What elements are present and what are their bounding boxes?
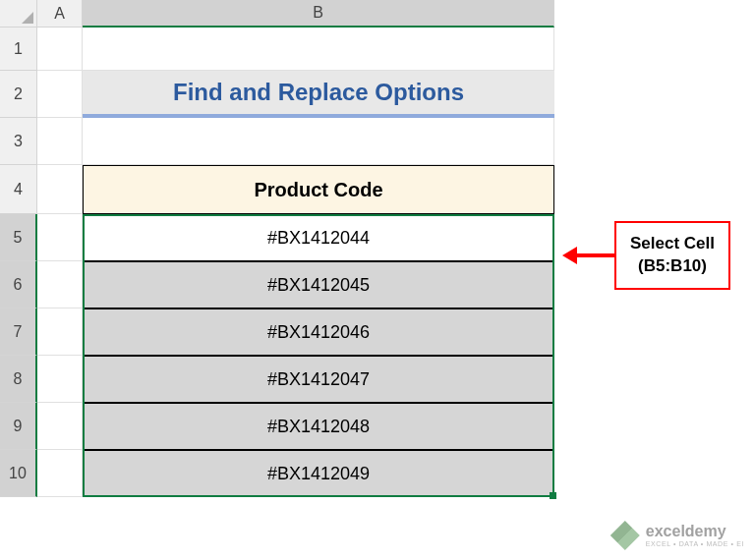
cell-b1[interactable] — [83, 28, 554, 71]
watermark: exceldemy EXCEL • DATA • MADE • EI — [610, 521, 744, 550]
cell-b10[interactable]: #BX1412049 — [83, 450, 554, 497]
row-header-7[interactable]: 7 — [0, 308, 37, 356]
cell-a9[interactable] — [37, 403, 83, 450]
callout-line1: Select Cell — [630, 233, 715, 255]
row-header-6[interactable]: 6 — [0, 261, 37, 308]
cell-a5[interactable] — [37, 214, 83, 261]
cell-a7[interactable] — [37, 308, 83, 356]
arrow-icon — [562, 247, 577, 264]
cell-b6[interactable]: #BX1412045 — [83, 261, 554, 308]
cell-b2-title[interactable]: Find and Replace Options — [83, 71, 554, 118]
cell-grid: Find and Replace Options Product Code #B… — [37, 28, 554, 497]
cell-b7[interactable]: #BX1412046 — [83, 308, 554, 356]
cell-a8[interactable] — [37, 356, 83, 403]
cell-a6[interactable] — [37, 261, 83, 308]
cell-a2[interactable] — [37, 71, 83, 118]
row-header-5[interactable]: 5 — [0, 214, 37, 261]
row-header-9[interactable]: 9 — [0, 403, 37, 450]
annotation-callout: Select Cell (B5:B10) — [562, 221, 730, 290]
watermark-text: exceldemy EXCEL • DATA • MADE • EI — [646, 524, 744, 547]
row-headers: 1 2 3 4 5 6 7 8 9 10 — [0, 28, 37, 497]
column-header-a[interactable]: A — [37, 0, 83, 28]
cell-a3[interactable] — [37, 118, 83, 165]
select-all-button[interactable] — [0, 0, 37, 28]
cell-b5[interactable]: #BX1412044 — [83, 214, 554, 261]
watermark-icon — [610, 521, 640, 550]
column-header-b[interactable]: B — [83, 0, 554, 28]
row-header-4[interactable]: 4 — [0, 165, 37, 214]
row-header-2[interactable]: 2 — [0, 71, 37, 118]
cell-a10[interactable] — [37, 450, 83, 497]
cell-b8[interactable]: #BX1412047 — [83, 356, 554, 403]
callout-line2: (B5:B10) — [630, 255, 715, 278]
watermark-brand: exceldemy — [646, 524, 744, 540]
cell-a1[interactable] — [37, 28, 83, 71]
cell-b3[interactable] — [83, 118, 554, 165]
cell-a4[interactable] — [37, 165, 83, 214]
watermark-tagline: EXCEL • DATA • MADE • EI — [646, 540, 744, 547]
cell-b9[interactable]: #BX1412048 — [83, 403, 554, 450]
row-header-10[interactable]: 10 — [0, 450, 37, 497]
callout-box: Select Cell (B5:B10) — [614, 221, 730, 290]
row-header-1[interactable]: 1 — [0, 28, 37, 71]
column-headers: A B — [37, 0, 554, 28]
cell-b4-header[interactable]: Product Code — [83, 165, 554, 214]
row-header-3[interactable]: 3 — [0, 118, 37, 165]
row-header-8[interactable]: 8 — [0, 356, 37, 403]
arrow-line — [577, 253, 614, 257]
